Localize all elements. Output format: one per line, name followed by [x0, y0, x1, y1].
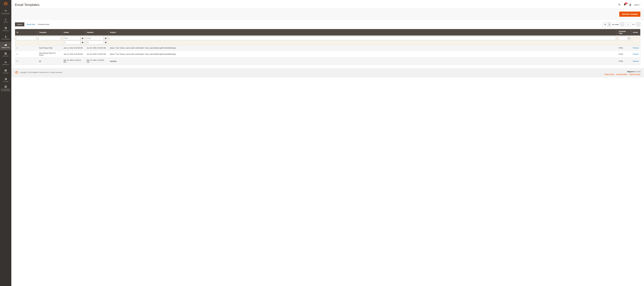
next-page-button[interactable]: [636, 22, 640, 26]
sidebar-item-label: REPORTS: [2, 64, 9, 65]
reset-filter-link[interactable]: Reset Filter: [27, 23, 35, 25]
sidebar-item-customers[interactable]: CUSTOMERS: [0, 33, 11, 42]
filter-updated-from-input[interactable]: [86, 36, 104, 40]
cell-added: Mar 13, 2024, 12:04:15 PM: [62, 58, 85, 65]
filter-id-input[interactable]: [16, 36, 36, 40]
calendar-icon: [82, 37, 84, 39]
table-row[interactable]: 3tgfMar 13, 2024, 12:04:15 PMMar 13, 202…: [15, 58, 640, 65]
cell-id: 3: [15, 58, 38, 65]
col-header-template[interactable]: Template: [38, 29, 62, 36]
chevron-right-icon: [638, 24, 639, 25]
sidebar-item-label: ND PARTNERS EXTENSIONS: [0, 89, 11, 91]
per-page-select[interactable]: ▼: [602, 22, 611, 26]
search-grid-button[interactable]: Search: [15, 22, 24, 26]
sidebar-item-stores[interactable]: STORES: [0, 67, 11, 76]
col-header-id[interactable]: ID: [15, 29, 38, 36]
layout-icon: [4, 52, 7, 55]
cell-added: Jan 14, 2019, 9:43:46 AM: [62, 50, 85, 58]
box-icon: [4, 27, 7, 29]
person-icon: [4, 35, 7, 38]
sidebar-item-label: SALES: [4, 21, 8, 23]
sidebar-item-system[interactable]: SYSTEM: [0, 76, 11, 84]
cell-type: HTML: [617, 50, 631, 58]
col-header-action: Action: [631, 29, 640, 36]
preview-link[interactable]: Preview: [633, 60, 639, 62]
sidebar-item-label: SYSTEM: [3, 81, 8, 82]
add-new-template-button[interactable]: Add New Template: [619, 11, 640, 17]
sidebar-item-label: MARKETING: [2, 47, 10, 48]
cell-subject: fdgdfgdg: [108, 58, 617, 65]
cell-id: 2: [15, 50, 38, 58]
filter-type-dropdown-button[interactable]: ▼: [628, 36, 630, 40]
sidebar-item-label: STORES: [3, 72, 8, 74]
cell-updated: Jun 29, 2020, 5:29:05 AM: [85, 50, 108, 58]
col-header-subject[interactable]: Subject: [108, 29, 617, 36]
store-icon: [4, 69, 7, 72]
sidebar-item-catalog[interactable]: CATALOG: [0, 25, 11, 33]
user-dropdown[interactable]: admin ▼: [634, 4, 640, 6]
report-issue-link[interactable]: Report an Issue: [630, 73, 640, 75]
sidebar-item-marketing[interactable]: MARKETING: [0, 42, 11, 50]
calendar-picker-button[interactable]: [81, 41, 84, 44]
cell-template: New Pickup Order For Guest: [38, 50, 62, 58]
cell-updated: Mar 13, 2024, 12:04:15 PM: [85, 58, 108, 65]
calendar-picker-button[interactable]: [81, 36, 84, 40]
calendar-picker-button[interactable]: [104, 41, 107, 44]
col-header-added[interactable]: Added: [62, 29, 85, 36]
magento-logo-icon: [4, 2, 8, 6]
filter-template-input[interactable]: [39, 36, 61, 40]
page-title: Email Templates: [15, 3, 40, 7]
cell-updated: Jun 29, 2020, 5:29:05 AM: [85, 45, 108, 50]
sidebar-item-reports[interactable]: REPORTS: [0, 59, 11, 67]
page-number-input[interactable]: [626, 22, 631, 26]
sidebar-item-extensions[interactable]: ND PARTNERS EXTENSIONS: [0, 84, 11, 93]
filter-added-to-input[interactable]: [63, 41, 80, 44]
filter-updated-to-input[interactable]: [86, 41, 104, 44]
sidebar-item-content[interactable]: CONTENT: [0, 50, 11, 59]
notifications-button[interactable]: 39: [624, 3, 626, 6]
cell-template: New Pickup Order: [38, 45, 62, 50]
privacy-policy-link[interactable]: Privacy Policy: [604, 73, 614, 75]
calendar-icon: [105, 37, 107, 39]
preview-link[interactable]: Preview: [633, 53, 639, 55]
username-label: admin: [634, 4, 639, 6]
grid-controls: Search Reset Filter 3 records found ▼ pe…: [11, 20, 644, 29]
filter-type-select[interactable]: [618, 36, 628, 40]
col-header-type[interactable]: Template Type: [617, 29, 631, 36]
copyright-text: Copyright © 2024 Magento Commerce Inc. A…: [20, 71, 62, 73]
preview-link[interactable]: Preview: [633, 47, 639, 49]
megaphone-icon: [4, 44, 7, 46]
templates-table: ID Template Added Updated Subject Templa…: [15, 29, 640, 65]
cell-subject: {{trans "Your %store_name order confirma…: [108, 50, 617, 58]
calendar-picker-button[interactable]: [104, 36, 107, 40]
chevron-down-icon: ▼: [639, 4, 640, 5]
table-row[interactable]: 1New Pickup OrderJan 14, 2019, 9:43:46 A…: [15, 45, 640, 50]
sidebar-item-label: CONTENT: [2, 55, 9, 57]
search-button[interactable]: [618, 3, 621, 6]
magento-logo[interactable]: [0, 0, 11, 8]
sidebar-item-dashboard[interactable]: DASHBOARD: [0, 8, 11, 16]
table-row[interactable]: 2New Pickup Order For GuestJan 14, 2019,…: [15, 50, 640, 58]
user-icon-button[interactable]: [629, 3, 632, 6]
cell-template: tgf: [38, 58, 62, 65]
prev-page-button[interactable]: [620, 22, 624, 26]
sidebar-item-label: CATALOG: [2, 30, 9, 31]
account-activity-link[interactable]: Account Activity: [616, 73, 627, 75]
filter-subject-input[interactable]: [110, 36, 616, 40]
calendar-icon: [82, 41, 84, 43]
per-page-label: per page: [612, 23, 619, 25]
topbar: Email Templates 39 admin ▼: [11, 0, 644, 9]
action-bar: Add New Template: [11, 9, 644, 20]
bars-icon: [4, 61, 7, 63]
col-header-updated[interactable]: Updated: [85, 29, 108, 36]
per-page-dropdown-button[interactable]: ▼: [608, 22, 611, 26]
top-actions: 39 admin ▼: [618, 3, 640, 6]
sidebar-item-sales[interactable]: SALES: [0, 16, 11, 25]
blocks-icon: [4, 85, 7, 88]
filter-added-from-input[interactable]: [63, 36, 80, 40]
cell-type: HTML: [617, 45, 631, 50]
cell-type: HTML: [617, 58, 631, 65]
cell-subject: {{trans "Your %store_name order confirma…: [108, 45, 617, 50]
per-page-input[interactable]: [602, 22, 608, 26]
cell-id: 1: [15, 45, 38, 50]
